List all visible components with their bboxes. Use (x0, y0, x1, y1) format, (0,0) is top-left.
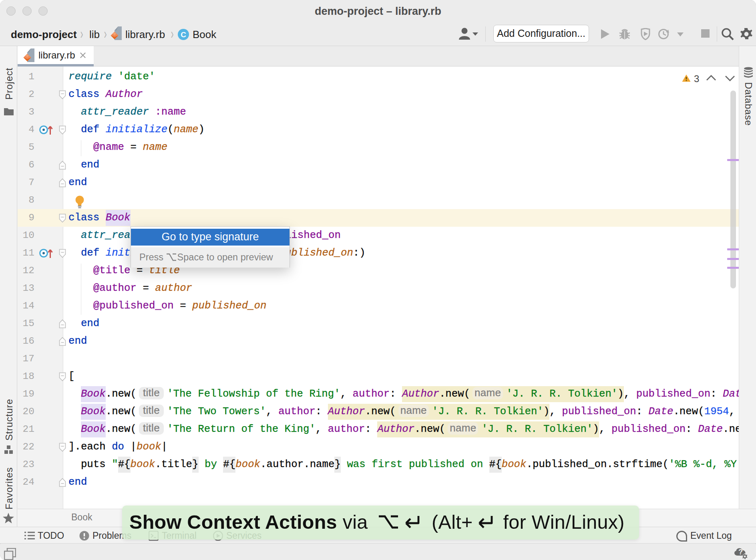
svg-text:3: 3 (694, 74, 699, 84)
svg-text:?: ? (738, 548, 743, 556)
svg-text:C: C (181, 30, 186, 39)
